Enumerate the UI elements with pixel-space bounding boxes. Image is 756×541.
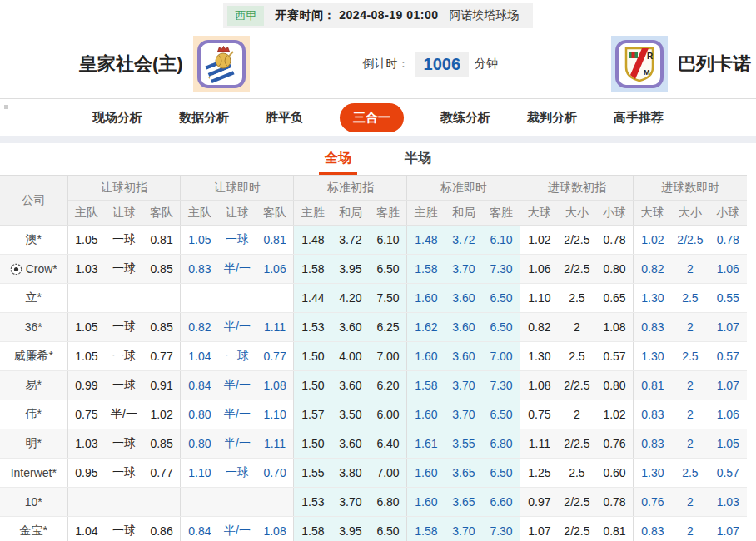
company-cell[interactable]: 明* bbox=[0, 429, 67, 459]
kickoff-time: 开赛时间： 2024-08-19 01:00 bbox=[275, 8, 438, 23]
company-cell[interactable]: 36* bbox=[0, 313, 67, 342]
away-team: R M 巴列卡诺 bbox=[611, 36, 751, 92]
tab-win-draw-lose[interactable]: 胜平负 bbox=[266, 110, 303, 126]
odds-cell: 6.80 bbox=[483, 429, 520, 459]
odds-cell bbox=[218, 284, 256, 313]
company-cell[interactable]: Crow* bbox=[0, 255, 67, 284]
odds-cell: 一球 bbox=[105, 313, 142, 342]
odds-cell: 2.5 bbox=[558, 284, 595, 313]
odds-cell: 6.60 bbox=[483, 488, 520, 517]
odds-cell: 6.50 bbox=[370, 255, 407, 284]
company-cell[interactable]: 立* bbox=[0, 284, 67, 313]
subtab-full-match[interactable]: 全场 bbox=[319, 143, 357, 175]
tab-expert-picks[interactable]: 高手推荐 bbox=[614, 110, 664, 126]
odds-cell: 4.00 bbox=[331, 342, 369, 371]
col-header: 大球 bbox=[520, 201, 558, 226]
odds-cell: 2/2.5 bbox=[558, 488, 595, 517]
odds-cell: 1.04 bbox=[67, 517, 105, 541]
odds-cell: 1.03 bbox=[709, 488, 747, 517]
odds-cell: 0.95 bbox=[67, 459, 105, 488]
odds-cell: 半/一 bbox=[218, 400, 256, 429]
odds-cell: 1.53 bbox=[294, 488, 331, 517]
odds-cell: 1.08 bbox=[520, 371, 558, 400]
odds-cell: 2.5 bbox=[671, 284, 709, 313]
odds-cell: 1.61 bbox=[407, 429, 445, 459]
company-cell[interactable]: 伟* bbox=[0, 400, 67, 429]
odds-cell: 0.80 bbox=[596, 255, 634, 284]
odds-cell: 6.10 bbox=[483, 226, 520, 255]
odds-cell: 0.83 bbox=[181, 255, 218, 284]
company-cell[interactable]: 威廉希* bbox=[0, 342, 67, 371]
company-cell[interactable]: Interwet* bbox=[0, 459, 67, 488]
tab-three-in-one[interactable]: 三合一 bbox=[340, 103, 404, 132]
odds-cell: 0.60 bbox=[596, 459, 634, 488]
match-header: 皇家社会(主) 倒计时： 1006 分钟 bbox=[0, 30, 756, 98]
odds-cell: 1.50 bbox=[294, 371, 331, 400]
table-row: 金宝*1.04一球0.860.84半/一1.081.583.956.501.58… bbox=[0, 517, 747, 541]
tab-live-analysis[interactable]: 现场分析 bbox=[92, 110, 142, 126]
odds-cell: 3.72 bbox=[331, 226, 369, 255]
tab-referee-analysis[interactable]: 裁判分析 bbox=[527, 110, 577, 126]
odds-cell: 3.70 bbox=[445, 371, 482, 400]
odds-cell: 2 bbox=[558, 313, 595, 342]
odds-cell: 1.58 bbox=[407, 371, 445, 400]
odds-cell: 半/一 bbox=[105, 400, 142, 429]
odds-cell bbox=[143, 488, 181, 517]
company-name: 10* bbox=[25, 495, 42, 509]
col-header: 主队 bbox=[181, 201, 218, 226]
odds-cell: 2 bbox=[671, 255, 709, 284]
odds-cell: 1.10 bbox=[256, 400, 294, 429]
odds-cell: 6.25 bbox=[370, 313, 407, 342]
odds-cell: 3.50 bbox=[331, 400, 369, 429]
odds-cell: 1.53 bbox=[294, 313, 331, 342]
col-header: 和局 bbox=[331, 201, 369, 226]
odds-cell: 1.02 bbox=[520, 226, 558, 255]
odds-cell: 1.07 bbox=[520, 517, 558, 541]
odds-cell: 0.83 bbox=[634, 400, 671, 429]
nav-tabs: 现场分析 数据分析 胜平负 三合一 教练分析 裁判分析 高手推荐 bbox=[0, 98, 756, 136]
subtab-half-match[interactable]: 半场 bbox=[399, 143, 437, 175]
company-cell[interactable]: 金宝* bbox=[0, 517, 67, 541]
odds-cell: 7.00 bbox=[370, 342, 407, 371]
odds-cell: 0.80 bbox=[596, 371, 634, 400]
company-cell[interactable]: 澳* bbox=[0, 226, 67, 255]
col-header: 小球 bbox=[709, 201, 747, 226]
odds-cell: 0.57 bbox=[709, 459, 747, 488]
col-header: 大小 bbox=[671, 201, 709, 226]
odds-cell: 1.08 bbox=[596, 313, 634, 342]
odds-cell: 2 bbox=[671, 313, 709, 342]
company-cell[interactable]: 10* bbox=[0, 488, 67, 517]
odds-cell: 2.5 bbox=[671, 459, 709, 488]
odds-cell: 1.02 bbox=[596, 400, 634, 429]
odds-cell: 1.60 bbox=[407, 284, 445, 313]
odds-cell: 1.58 bbox=[294, 517, 331, 541]
odds-cell: 一球 bbox=[105, 255, 142, 284]
odds-cell: 7.00 bbox=[370, 459, 407, 488]
col-header: 客胜 bbox=[370, 201, 407, 226]
odds-cell bbox=[181, 284, 218, 313]
odds-cell: 2 bbox=[671, 517, 709, 541]
odds-cell: 0.75 bbox=[520, 400, 558, 429]
odds-cell: 0.86 bbox=[143, 517, 181, 541]
odds-cell: 1.50 bbox=[294, 429, 331, 459]
table-row: Crow*1.03一球0.850.83半/一1.061.583.956.501.… bbox=[0, 255, 747, 284]
odds-cell: 0.70 bbox=[256, 459, 294, 488]
kickoff-value: 2024-08-19 01:00 bbox=[339, 8, 438, 22]
odds-cell: 0.85 bbox=[143, 255, 181, 284]
odds-cell: 0.82 bbox=[634, 255, 671, 284]
period-subtabs: 全场 半场 bbox=[0, 143, 756, 175]
tab-coach-analysis[interactable]: 教练分析 bbox=[440, 110, 490, 126]
odds-cell: 2/2.5 bbox=[558, 429, 595, 459]
odds-cell: 0.77 bbox=[143, 342, 181, 371]
table-row: 澳*1.05一球0.811.05一球0.811.483.726.101.483.… bbox=[0, 226, 747, 255]
tab-data-analysis[interactable]: 数据分析 bbox=[179, 110, 229, 126]
odds-cell: 1.48 bbox=[407, 226, 445, 255]
odds-cell: 一球 bbox=[105, 429, 142, 459]
divider-strip bbox=[0, 136, 756, 143]
countdown-label: 倒计时： bbox=[363, 57, 410, 72]
odds-cell: 0.83 bbox=[634, 313, 671, 342]
odds-cell bbox=[143, 284, 181, 313]
odds-cell: 7.50 bbox=[370, 284, 407, 313]
countdown-unit: 分钟 bbox=[475, 57, 498, 72]
company-cell[interactable]: 易* bbox=[0, 371, 67, 400]
